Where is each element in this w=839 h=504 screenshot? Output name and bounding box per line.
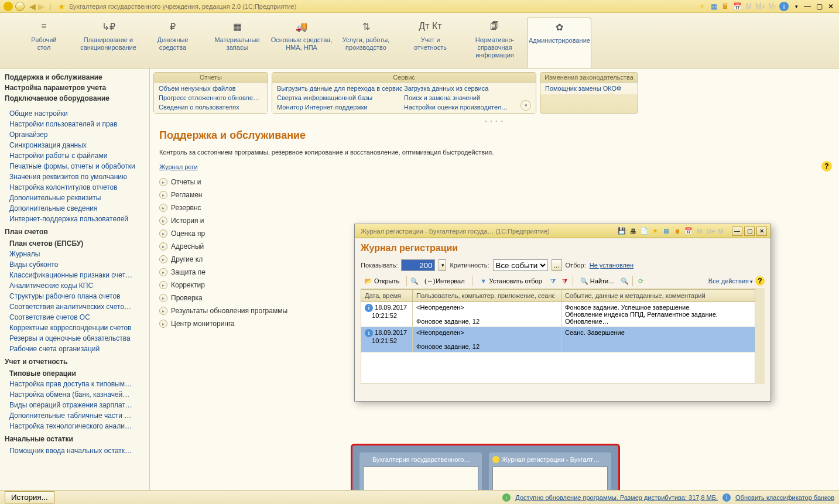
panel-link[interactable]: Выгрузить данные для перехода в сервис [277,84,404,93]
breadcrumb-link[interactable]: Журнал реги [159,163,198,170]
m-icon[interactable]: M [744,2,754,11]
sidebar-item[interactable]: Виды субконто [2,259,147,270]
sidebar-item[interactable]: Дополнительные табличные части … [2,410,147,421]
sidebar-item[interactable]: Интернет-поддержка пользователей [2,214,147,224]
filter-select-icon[interactable]: ⧩ [549,277,557,285]
panel-link[interactable]: Загрузка данных из сервиса [404,84,531,93]
section-item-6[interactable]: Дт КтУчет иотчетность [398,18,463,68]
col-datetime[interactable]: Дата, время [361,290,413,302]
filter-link[interactable]: Не установлен [590,262,633,269]
history-button[interactable]: История... [5,491,54,503]
table-row[interactable]: i 18.09.2017 10:21:52<Неопределен>Фоново… [361,302,755,327]
modal-min-button[interactable]: — [732,227,742,236]
table-scrollbar[interactable] [755,289,765,384]
info-dropdown[interactable] [791,2,800,11]
section-item-3[interactable]: ▦Материальныезапасы [205,18,269,68]
sidebar-item[interactable]: Поддержка и обслуживание [2,72,147,83]
sidebar-item[interactable]: Настройка прав доступа к типовым… [2,379,147,389]
sidebar-item[interactable]: Подключаемое оборудование [2,93,147,104]
sidebar-item[interactable]: Органайзер [2,129,147,140]
find-button[interactable]: 🔍Найти... [577,276,618,286]
nav-forward-icon[interactable]: ▶ [38,2,44,11]
calculator-icon[interactable]: 🖩 [721,2,730,11]
links-panel-icon[interactable]: ▦ [709,2,718,11]
all-actions-button[interactable]: Все действия [708,277,753,284]
section-item-2[interactable]: ₽Денежныесредства [141,18,205,68]
sidebar-item[interactable]: Структуры рабочего плана счетов [2,291,147,301]
m-plus-icon[interactable]: M+ [706,227,715,236]
preview-icon[interactable]: 📄 [639,227,649,236]
section-item-0[interactable]: ≡Рабочийстол [12,18,76,68]
panel-link[interactable]: Сведения о пользователях [159,102,263,112]
panel-link[interactable]: Поиск и замена значений [404,93,531,102]
update-banks-link[interactable]: Обновить классификатор банков [735,494,834,501]
nav-back-icon[interactable]: ◀ [29,2,36,11]
section-item-8[interactable]: ✿Администрирование [527,18,591,68]
sidebar-item[interactable]: Дополнительные реквизиты [2,193,147,203]
criticality-more-button[interactable]: … [552,259,562,271]
sidebar-item[interactable]: Настройки работы с файлами [2,150,147,161]
col-user[interactable]: Пользователь, компьютер, приложение, сеа… [413,290,561,302]
print-icon[interactable]: 🖶 [628,227,638,236]
find-clear-icon[interactable]: 🔍 [621,277,629,285]
titlebar-dropdown[interactable] [15,2,25,11]
sidebar-item[interactable]: Журналы [2,249,147,259]
close-button[interactable]: ✕ [826,2,835,11]
section-item-7[interactable]: 🗐Нормативно-справочнаяинформация [463,18,527,68]
sidebar-item[interactable]: Печатные формы, отчеты и обработки [2,161,147,172]
panel-link[interactable]: Настройки оценки производител… [404,102,531,112]
sidebar-item[interactable]: Настройка технологического анали… [2,421,147,431]
sidebar-item[interactable]: Помощник ввода начальных остатк… [2,445,147,456]
favorites-add-icon[interactable]: ✧ [697,2,707,11]
grip-handle[interactable]: • • • • [150,117,839,125]
section-item-1[interactable]: ↳₽Планирование исанкционирование [76,18,141,68]
sidebar-item[interactable]: Аналитические коды КПС [2,280,147,291]
calendar-icon[interactable]: 📅 [684,227,693,236]
info-icon[interactable]: i [779,2,789,11]
favorite-icon[interactable]: ★ [58,2,66,11]
sidebar-item[interactable]: План счетов (ЕПСБУ) [2,238,147,249]
sidebar-item[interactable]: Типовые операции [2,368,147,379]
sidebar-item[interactable]: Корректные корреспонденции счетов [2,323,147,333]
sidebar-item[interactable]: Настройка обмена (банк, казначей… [2,389,147,400]
open-button[interactable]: 📂Открыть [361,276,403,286]
sidebar-item[interactable]: Классификационные признаки счет… [2,270,147,280]
set-filter-button[interactable]: ▼Установить отбор [476,276,546,286]
maximize-button[interactable]: ▢ [814,2,824,11]
sidebar-item[interactable]: Резервы и оценочные обязательства [2,333,147,344]
col-event[interactable]: Событие, данные и метаданные, комментари… [561,290,755,302]
expand-item[interactable]: ▸Резервнс [159,201,830,214]
calendar-icon[interactable]: 📅 [732,2,742,11]
section-item-5[interactable]: ⇅Услуги, работы,производство [334,18,398,68]
search-icon[interactable]: 🔍 [410,277,419,285]
panel-link[interactable]: Прогресс отложенного обновления [159,93,263,102]
filter-clear-icon[interactable]: ⧩ [561,277,569,285]
panel-link[interactable]: Объем ненужных файлов [159,84,263,93]
show-input[interactable] [401,259,435,271]
m-plus-icon[interactable]: M+ [756,2,765,11]
criticality-select[interactable]: Все события [493,259,548,271]
modal-max-button[interactable]: ▢ [744,227,755,236]
table-row[interactable]: i 18.09.2017 10:21:52<Неопределен>Фоново… [361,327,755,352]
save-icon[interactable]: 💾 [617,227,626,236]
sidebar-item[interactable]: Соответствия аналитических счето… [2,301,147,312]
expand-item[interactable]: ▸Регламен [159,188,830,201]
panel-expand-button[interactable]: ▾ [520,100,531,111]
sidebar-item[interactable]: Настройка колонтитулов отчетов [2,182,147,193]
sidebar-item[interactable]: Значения реквизитов по умолчанию [2,172,147,182]
expand-item[interactable]: ▸Отчеты и [159,176,830,188]
sidebar-item[interactable]: Синхронизация данных [2,140,147,150]
help-button[interactable]: ? [821,161,832,172]
sidebar-item[interactable]: Рабочие счета организаций [2,344,147,354]
sidebar-item[interactable]: Настройки пользователей и прав [2,119,147,129]
preview-item-1[interactable]: Бухгалтерия государственного… [359,452,482,490]
sidebar-item[interactable]: Общие настройки [2,108,147,119]
sidebar-item[interactable]: Виды операций отражения зарплат… [2,400,147,410]
interval-button[interactable]: (↔)Интервал [422,276,468,286]
m-minus-icon[interactable]: M- [717,227,727,236]
calculator-icon[interactable]: 🖩 [673,227,682,236]
modal-close-button[interactable]: ✕ [756,227,767,236]
panel-link[interactable]: Помощник замены ОКОФ [545,84,633,93]
m-minus-icon[interactable]: M- [768,2,777,11]
panel-link[interactable]: Монитор Интернет-поддержки [277,102,404,112]
